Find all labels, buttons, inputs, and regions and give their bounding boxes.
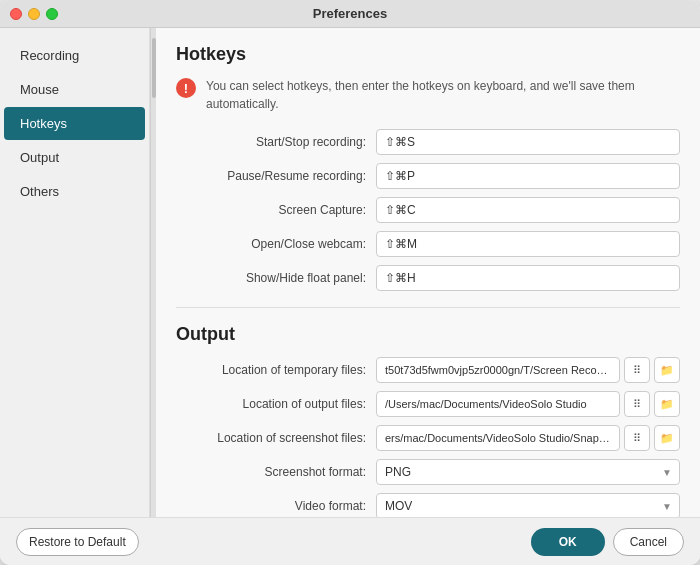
output-input-0[interactable] [376, 357, 620, 383]
main-body: Recording Mouse Hotkeys Output Others Ho… [0, 28, 700, 517]
hotkey-label-0: Start/Stop recording: [176, 135, 376, 149]
output-input-2[interactable] [376, 425, 620, 451]
hotkey-input-4[interactable] [376, 265, 680, 291]
hotkey-label-4: Show/Hide float panel: [176, 271, 376, 285]
hotkey-input-1[interactable] [376, 163, 680, 189]
footer-right: OK Cancel [531, 528, 684, 556]
preferences-window: Preferences Recording Mouse Hotkeys Outp… [0, 0, 700, 565]
hotkeys-section-title: Hotkeys [176, 44, 680, 65]
copy-btn-0[interactable]: ⠿ [624, 357, 650, 383]
output-label-2: Location of screenshot files: [176, 431, 376, 445]
output-row-1: Location of output files: ⠿ 📁 [176, 391, 680, 417]
info-box: ! You can select hotkeys, then enter the… [176, 77, 680, 113]
output-label-0: Location of temporary files: [176, 363, 376, 377]
copy-btn-2[interactable]: ⠿ [624, 425, 650, 451]
output-input-group-0: ⠿ 📁 [376, 357, 680, 383]
scrollbar-track[interactable] [150, 28, 156, 517]
copy-btn-1[interactable]: ⠿ [624, 391, 650, 417]
restore-default-button[interactable]: Restore to Default [16, 528, 139, 556]
main-content: Hotkeys ! You can select hotkeys, then e… [156, 28, 700, 517]
hotkey-row-0: Start/Stop recording: [176, 129, 680, 155]
cancel-button[interactable]: Cancel [613, 528, 684, 556]
output-row-0: Location of temporary files: ⠿ 📁 [176, 357, 680, 383]
video-format-select[interactable]: MOV MP4 AVI [376, 493, 680, 517]
folder-btn-1[interactable]: 📁 [654, 391, 680, 417]
folder-btn-2[interactable]: 📁 [654, 425, 680, 451]
select-row-1: Video format: MOV MP4 AVI ▼ [176, 493, 680, 517]
select-wrapper-0: PNG JPG BMP ▼ [376, 459, 680, 485]
hotkey-input-2[interactable] [376, 197, 680, 223]
select-wrapper-1: MOV MP4 AVI ▼ [376, 493, 680, 517]
ok-button[interactable]: OK [531, 528, 605, 556]
hotkey-row-4: Show/Hide float panel: [176, 265, 680, 291]
screenshot-format-select[interactable]: PNG JPG BMP [376, 459, 680, 485]
output-input-group-2: ⠿ 📁 [376, 425, 680, 451]
hotkey-input-3[interactable] [376, 231, 680, 257]
sidebar-item-output[interactable]: Output [4, 141, 145, 174]
sidebar-item-others[interactable]: Others [4, 175, 145, 208]
output-section-title: Output [176, 324, 680, 345]
hotkey-label-3: Open/Close webcam: [176, 237, 376, 251]
select-label-0: Screenshot format: [176, 465, 376, 479]
sidebar-item-hotkeys[interactable]: Hotkeys [4, 107, 145, 140]
close-button[interactable] [10, 8, 22, 20]
section-divider [176, 307, 680, 308]
hotkey-row-3: Open/Close webcam: [176, 231, 680, 257]
sidebar: Recording Mouse Hotkeys Output Others [0, 28, 150, 517]
info-text: You can select hotkeys, then enter the h… [206, 77, 680, 113]
output-input-group-1: ⠿ 📁 [376, 391, 680, 417]
hotkey-label-2: Screen Capture: [176, 203, 376, 217]
output-row-2: Location of screenshot files: ⠿ 📁 [176, 425, 680, 451]
folder-btn-0[interactable]: 📁 [654, 357, 680, 383]
output-input-1[interactable] [376, 391, 620, 417]
traffic-lights [10, 8, 58, 20]
footer: Restore to Default OK Cancel [0, 517, 700, 565]
maximize-button[interactable] [46, 8, 58, 20]
sidebar-item-mouse[interactable]: Mouse [4, 73, 145, 106]
info-icon: ! [176, 78, 196, 98]
titlebar: Preferences [0, 0, 700, 28]
minimize-button[interactable] [28, 8, 40, 20]
hotkey-input-0[interactable] [376, 129, 680, 155]
scrollbar-thumb[interactable] [152, 38, 156, 98]
hotkey-label-1: Pause/Resume recording: [176, 169, 376, 183]
hotkey-row-1: Pause/Resume recording: [176, 163, 680, 189]
select-label-1: Video format: [176, 499, 376, 513]
output-label-1: Location of output files: [176, 397, 376, 411]
sidebar-item-recording[interactable]: Recording [4, 39, 145, 72]
select-row-0: Screenshot format: PNG JPG BMP ▼ [176, 459, 680, 485]
hotkey-row-2: Screen Capture: [176, 197, 680, 223]
window-title: Preferences [313, 6, 387, 21]
